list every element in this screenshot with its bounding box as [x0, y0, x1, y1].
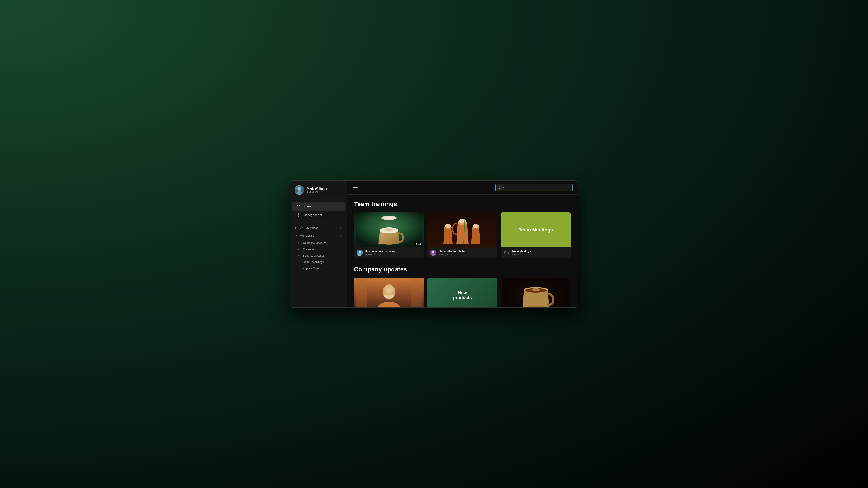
sidebar-item-zoom-recordings[interactable]: Zoom Recordings: [290, 259, 347, 265]
video-info: How to serve customers March 12, 2024 ⋯: [354, 248, 424, 258]
search-type-icon: [497, 185, 502, 190]
sidebar-item-home-label: Home: [303, 204, 311, 208]
sidebar-item-dropbox-videos[interactable]: Dropbox Videos: [290, 265, 347, 271]
chevron-right-icon-sm: ▶: [298, 248, 301, 250]
person-icon: [300, 226, 304, 230]
video-date-2: April 4, 2024: [438, 253, 487, 256]
thumbnail-meetings: Team Meetings: [501, 213, 571, 248]
video-author-avatar-2: [430, 250, 436, 256]
svg-point-32: [390, 292, 392, 293]
sidebar-item-zoom-recordings-label: Zoom Recordings: [302, 260, 324, 264]
avatar-image: [294, 185, 304, 195]
video-date: March 12, 2024: [365, 253, 414, 256]
video-menu-button[interactable]: ⋯: [416, 250, 421, 255]
video-card-team-meetings[interactable]: Team Meetings Team Meetings 6 items: [501, 213, 571, 258]
user-info: Mark Williams Starbucks: [307, 187, 327, 193]
folder-title: Team Meetings: [512, 250, 561, 253]
folder-meta: Team Meetings 6 items: [512, 250, 561, 256]
video-title-2: Making the best latte: [438, 250, 487, 253]
sidebar-section-library[interactable]: ▼ Library +: [290, 232, 347, 240]
sidebar-item-company-updates-label: Company Updates: [303, 241, 327, 245]
new-products-thumbnail-text: New products: [450, 287, 475, 304]
svg-rect-26: [411, 278, 422, 307]
search-bar: ▼: [495, 184, 572, 191]
top-bar: ▼: [347, 181, 578, 195]
library-icon: [300, 234, 304, 238]
library-add-button[interactable]: +: [338, 234, 343, 238]
thumbnail-drinks: [428, 213, 497, 248]
svg-point-31: [387, 292, 388, 293]
thumbnail-latte: 0:30: [354, 213, 424, 248]
team-trainings-cards: 0:30 How to serve cust: [354, 213, 571, 258]
video-card-new-products[interactable]: New products New products ⋯: [428, 278, 497, 307]
folder-menu-button[interactable]: ⋯: [563, 250, 568, 255]
sidebar-item-home[interactable]: Home: [292, 202, 345, 211]
home-icon: [296, 204, 301, 208]
main-content: ▼ Team trainings: [347, 181, 578, 307]
sidebar: Mark Williams Starbucks Home: [290, 181, 347, 307]
svg-point-2: [298, 215, 299, 216]
laptop-frame: Mark Williams Starbucks Home: [290, 181, 578, 308]
sidebar-divider: [294, 222, 343, 222]
company-updates-cards: ⋯ New products: [354, 278, 571, 307]
video-card-making-latte[interactable]: Making the best latte April 4, 2024 ⋯: [428, 213, 497, 258]
video-author-avatar: [356, 250, 363, 256]
sidebar-section-my-videos[interactable]: ▶ My videos +: [290, 224, 347, 232]
video-title: How to serve customers: [365, 250, 414, 253]
svg-point-19: [473, 224, 479, 228]
sidebar-item-marketing-label: Marketing: [303, 248, 315, 251]
avatar: [294, 185, 304, 195]
svg-point-11: [359, 251, 361, 253]
svg-rect-29: [383, 290, 395, 295]
thumbnail-coffee-art: [501, 278, 571, 307]
sidebar-item-benefits-updates[interactable]: ▶ Benefits Updates: [290, 252, 347, 259]
team-trainings-title: Team trainings: [354, 201, 571, 208]
hamburger-menu-button[interactable]: [352, 185, 359, 190]
video-menu-button-2[interactable]: ⋯: [490, 250, 495, 255]
video-card-woman[interactable]: ⋯: [354, 278, 424, 307]
video-meta-2: Making the best latte April 4, 2024: [438, 250, 487, 256]
user-profile: Mark Williams Starbucks: [290, 185, 347, 199]
folder-items-count: 6 items: [512, 253, 561, 256]
sidebar-item-company-updates[interactable]: ▶ Company Updates: [290, 240, 347, 246]
app-container: Mark Williams Starbucks Home: [290, 181, 578, 307]
content-area: Team trainings: [347, 195, 578, 307]
svg-point-17: [445, 224, 451, 228]
search-dropdown-icon: ▼: [503, 186, 505, 189]
svg-point-3: [301, 227, 303, 228]
search-type-selector[interactable]: ▼: [496, 184, 507, 191]
svg-point-0: [298, 187, 301, 191]
gear-icon: [296, 213, 301, 217]
folder-info: Team Meetings 6 items ⋯: [501, 248, 571, 258]
user-company: Starbucks: [307, 190, 327, 193]
svg-rect-25: [356, 278, 367, 307]
sidebar-section-my-videos-label: My videos: [306, 226, 318, 229]
chevron-right-icon-sm: ▶: [298, 242, 301, 244]
thumbnail-woman: [354, 278, 424, 307]
my-videos-add-button[interactable]: +: [338, 226, 343, 230]
video-card-how-to-serve[interactable]: 0:30 How to serve cust: [354, 213, 424, 258]
svg-rect-4: [300, 235, 303, 237]
thumbnail-new-products: New products: [428, 278, 497, 307]
video-info-2: Making the best latte April 4, 2024 ⋯: [428, 248, 497, 258]
folder-icon: [503, 250, 509, 256]
svg-rect-5: [498, 186, 501, 188]
sidebar-item-manage-team[interactable]: Manage team: [292, 211, 345, 220]
chevron-down-icon: ▼: [294, 234, 298, 237]
video-duration: 0:30: [415, 242, 422, 246]
sidebar-section-library-label: Library: [306, 234, 314, 237]
team-meetings-thumbnail-text: Team Meetings: [519, 227, 553, 233]
video-meta: How to serve customers March 12, 2024: [365, 250, 414, 256]
svg-point-22: [432, 251, 434, 253]
sidebar-item-dropbox-videos-label: Dropbox Videos: [302, 267, 322, 270]
sidebar-item-benefits-updates-label: Benefits Updates: [303, 254, 324, 257]
chevron-right-icon-sm: ▶: [298, 254, 301, 257]
video-card-coffee-art[interactable]: ⋯: [501, 278, 571, 307]
chevron-right-icon: ▶: [294, 226, 298, 230]
sidebar-item-marketing[interactable]: ▶ Marketing: [290, 246, 347, 252]
sidebar-item-manage-team-label: Manage team: [303, 213, 322, 217]
search-input[interactable]: [507, 185, 572, 190]
user-name: Mark Williams: [307, 187, 327, 190]
company-updates-title: Company updates: [354, 266, 571, 273]
svg-point-1: [296, 191, 303, 195]
